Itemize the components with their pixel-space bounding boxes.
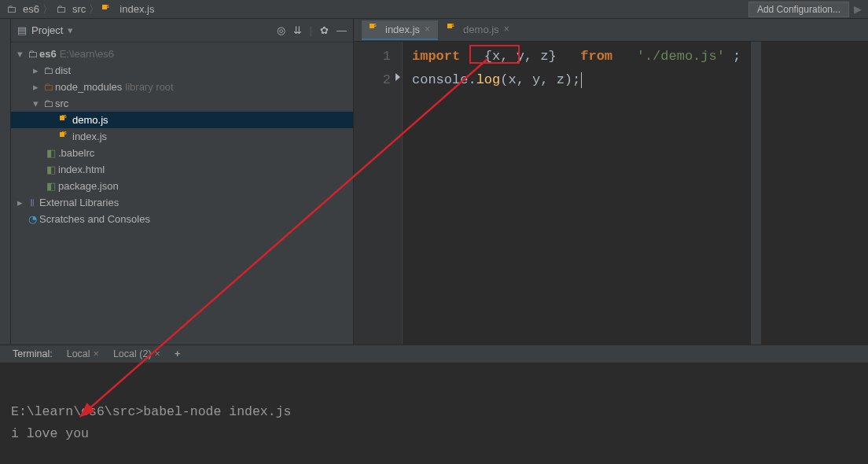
terminal-tab-local2[interactable]: Local (2) ×: [113, 348, 160, 359]
project-panel: ▤ Project ▾ ◎ ⇊ | ✿ — ▾ 🗀 es6 E:\learn\e…: [11, 19, 354, 344]
tree-root[interactable]: ▾ 🗀 es6 E:\learn\es6: [11, 46, 353, 62]
js-icon: [447, 24, 458, 35]
tree-label: index.html: [58, 164, 105, 175]
terminal-command: babel-node index.js: [143, 404, 291, 419]
terminal-tab-label: Local (2): [113, 348, 152, 359]
folder-icon: 🗀: [41, 81, 55, 93]
code-line-2: console.log(x, y, z);: [412, 68, 741, 92]
editor-gutter: 1 2: [354, 42, 403, 344]
tree-root-label: es6: [39, 48, 57, 60]
left-gutter-stripe: [0, 19, 11, 344]
editor-right-stripe: [750, 42, 761, 344]
project-dropdown-icon[interactable]: ▾: [68, 24, 73, 36]
tree-node-modules[interactable]: ▸ 🗀 node_modules library root: [11, 79, 353, 95]
js-icon: [370, 24, 381, 35]
project-view-icon[interactable]: ▤: [17, 24, 27, 36]
project-title[interactable]: Project: [31, 24, 63, 36]
tree-label: External Libraries: [39, 197, 119, 208]
chevron-right-icon[interactable]: ▸: [30, 81, 41, 93]
chevron-down-icon[interactable]: ▾: [30, 98, 41, 109]
semicolon: ;: [572, 72, 580, 87]
terminal-tab-label: Local: [67, 348, 90, 359]
tree-label: src: [55, 98, 68, 109]
terminal-body[interactable]: E:\learn\es6\src>babel-node index.js i l…: [0, 363, 868, 464]
tree-package-json[interactable]: ◧ package.json: [11, 178, 353, 194]
tree-label: dist: [55, 64, 71, 76]
folder-icon: 🗀: [56, 3, 66, 15]
tab-demo-js[interactable]: demo.js ×: [440, 20, 517, 40]
caret-line-marker: [395, 73, 400, 81]
tree-babelrc[interactable]: ◧ .babelrc: [11, 145, 353, 161]
tree-index-js[interactable]: index.js: [11, 128, 353, 145]
scratches-consoles[interactable]: ◔ Scratches and Consoles: [11, 211, 353, 227]
text-cursor: [581, 72, 582, 88]
chevron-right-icon[interactable]: ▸: [30, 64, 41, 76]
main-area: ▤ Project ▾ ◎ ⇊ | ✿ — ▾ 🗀 es6 E:\learn\e…: [0, 19, 868, 344]
paren-open: (: [500, 72, 508, 87]
tree-demo-js[interactable]: demo.js: [11, 112, 353, 128]
tree-root-path: E:\learn\es6: [60, 48, 114, 60]
close-icon[interactable]: ×: [504, 24, 509, 35]
tree-dist[interactable]: ▸ 🗀 dist: [11, 62, 353, 79]
import-braces: {x, y, z}: [484, 49, 557, 64]
project-tree[interactable]: ▾ 🗀 es6 E:\learn\es6 ▸ 🗀 dist ▸ 🗀 node_m…: [11, 42, 353, 344]
gear-icon[interactable]: ✿: [320, 24, 329, 36]
add-configuration-button[interactable]: Add Configuration...: [748, 2, 849, 17]
editor-body[interactable]: 1 2 import {x, y, z} from './demo.js' ; …: [354, 42, 868, 344]
tree-label: node_modules: [55, 81, 122, 93]
terminal-add-tab[interactable]: +: [175, 348, 180, 359]
external-libraries[interactable]: ▸ ⫴ External Libraries: [11, 194, 353, 211]
breadcrumb-sep: 〉: [42, 2, 53, 17]
breadcrumb-root[interactable]: es6: [23, 3, 39, 15]
tab-index-js[interactable]: index.js ×: [362, 20, 438, 40]
tree-label: index.js: [72, 131, 107, 142]
locate-icon[interactable]: ◎: [277, 24, 285, 36]
js-icon: [58, 132, 72, 142]
close-icon[interactable]: ×: [155, 348, 160, 359]
console-ident: console: [412, 72, 468, 87]
terminal-header: Terminal: Local × Local (2) × +: [0, 344, 868, 363]
line-number: 2: [354, 68, 391, 92]
tab-label: demo.js: [463, 24, 499, 35]
hide-panel-icon[interactable]: —: [337, 24, 347, 36]
tab-label: index.js: [385, 24, 420, 35]
close-icon[interactable]: ×: [94, 348, 99, 359]
terminal-tab-local[interactable]: Local ×: [67, 348, 99, 359]
tree-src[interactable]: ▾ 🗀 src: [11, 95, 353, 112]
code-area[interactable]: import {x, y, z} from './demo.js' ; cons…: [403, 42, 750, 344]
tree-index-html[interactable]: ◧ index.html: [11, 161, 353, 178]
project-panel-header: ▤ Project ▾ ◎ ⇊ | ✿ —: [11, 19, 353, 42]
line-number: 1: [354, 45, 391, 68]
args: x, y, z: [508, 72, 564, 87]
dot: .: [468, 72, 476, 87]
import-path-string: './demo.js': [637, 49, 725, 64]
log-fn: log: [476, 72, 501, 87]
terminal-line-prompt: E:\learn\es6\src>babel-node index.js: [11, 401, 857, 423]
js-icon: [102, 5, 113, 14]
breadcrumb-src[interactable]: src: [72, 3, 86, 15]
tree-label: package.json: [58, 180, 119, 192]
library-icon: ⫴: [25, 197, 39, 209]
tree-label: Scratches and Consoles: [39, 213, 150, 225]
keyword-import: import: [412, 49, 460, 64]
collapse-all-icon[interactable]: ⇊: [293, 24, 302, 36]
chevron-down-icon[interactable]: ▾: [14, 48, 25, 60]
chevron-right-icon[interactable]: ▸: [14, 197, 25, 208]
breadcrumb-sep: 〉: [89, 2, 99, 17]
terminal-output: i love you: [11, 423, 857, 445]
terminal-prompt-path: E:\learn\es6\src>: [11, 404, 143, 419]
breadcrumb[interactable]: 🗀 es6 〉 🗀 src 〉 index.js: [6, 2, 154, 17]
code-line-1: import {x, y, z} from './demo.js' ;: [412, 45, 741, 68]
paren-close: ): [565, 72, 572, 87]
folder-icon: 🗀: [25, 48, 39, 60]
breadcrumb-file[interactable]: index.js: [120, 3, 154, 15]
folder-icon: 🗀: [41, 64, 55, 76]
topbar: 🗀 es6 〉 🗀 src 〉 index.js Add Configurati…: [0, 0, 868, 19]
html-icon: ◧: [44, 164, 58, 175]
keyword-from: from: [580, 49, 612, 64]
terminal-label: Terminal:: [13, 348, 53, 359]
close-icon[interactable]: ×: [425, 24, 430, 35]
run-play-icon[interactable]: ▶: [854, 3, 862, 15]
tree-hint: library root: [125, 81, 173, 93]
js-icon: [58, 116, 72, 125]
